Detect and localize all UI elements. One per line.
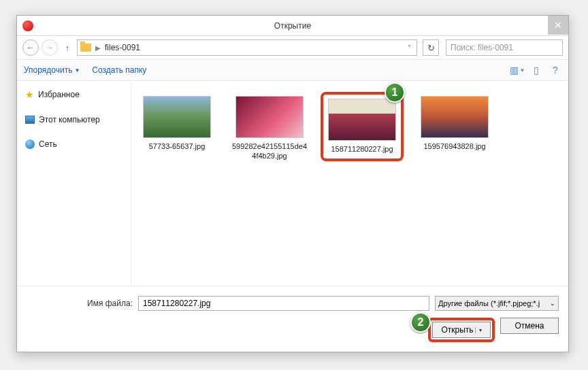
- up-button[interactable]: ↑: [61, 43, 74, 53]
- sidebar-network[interactable]: Сеть: [21, 137, 127, 152]
- refresh-button[interactable]: ↻: [423, 39, 439, 56]
- filetype-dropdown[interactable]: Другие файлы (*.jfif;*.pjpeg;*.j ⌄: [435, 296, 559, 311]
- dialog-body: ★ Избранное Этот компьютер Сеть 57733-65…: [17, 81, 568, 286]
- help-icon: ?: [553, 65, 558, 75]
- refresh-icon: ↻: [427, 43, 435, 53]
- close-button[interactable]: ✕: [548, 16, 568, 35]
- file-item-selected[interactable]: 1 158711280227.jpg: [321, 92, 404, 161]
- chevron-right-icon: ▶: [95, 44, 101, 52]
- organize-menu[interactable]: Упорядочить ▼: [24, 65, 80, 75]
- file-name: 158711280227.jpg: [331, 145, 393, 154]
- favorites-label: Избранное: [38, 90, 80, 99]
- cancel-label: Отмена: [514, 321, 544, 331]
- filename-label: Имя файла:: [27, 299, 133, 308]
- folder-icon: [80, 44, 91, 52]
- new-folder-button[interactable]: Создать папку: [92, 65, 146, 75]
- file-item[interactable]: 57733-65637.jpg: [135, 92, 218, 156]
- open-button[interactable]: Открыть ▾: [432, 322, 491, 338]
- this-pc-label: Этот компьютер: [39, 115, 100, 124]
- help-button[interactable]: ?: [549, 64, 561, 76]
- annotation-callout-1: 1: [385, 82, 405, 103]
- panel-icon: ▯: [534, 65, 539, 75]
- open-button-highlight: 2 Открыть ▾: [428, 318, 495, 342]
- file-thumbnail: [421, 96, 489, 138]
- arrow-right-icon: →: [46, 43, 54, 52]
- computer-icon: [25, 116, 35, 124]
- file-list: 57733-65637.jpg 599282e42155115de44f4b29…: [131, 81, 568, 286]
- sidebar-favorites[interactable]: ★ Избранное: [21, 86, 127, 103]
- annotation-callout-2: 2: [410, 312, 431, 333]
- address-dropdown[interactable]: ˅: [405, 44, 414, 52]
- file-thumbnail: [235, 96, 304, 138]
- view-options-button[interactable]: ▥▼: [511, 64, 523, 76]
- file-open-dialog: Открытие ✕ ← → ↑ ▶ files-0091 ˅ ↻ Поиск:…: [16, 15, 569, 352]
- opera-icon: [22, 20, 33, 31]
- preview-pane-button[interactable]: ▯: [530, 64, 542, 76]
- file-thumbnail: [143, 96, 211, 138]
- view-icon: ▥: [510, 65, 519, 75]
- search-placeholder: Поиск: files-0091: [451, 43, 513, 52]
- filename-input[interactable]: [138, 296, 429, 311]
- file-item[interactable]: 159576943828.jpg: [413, 92, 496, 156]
- chevron-down-icon: ▼: [74, 67, 80, 73]
- arrow-left-icon: ←: [27, 43, 35, 52]
- file-name: 159576943828.jpg: [423, 142, 485, 152]
- file-thumbnail: [328, 99, 396, 141]
- file-item[interactable]: 599282e42155115de44f4b29.jpg: [228, 92, 311, 165]
- cancel-button[interactable]: Отмена: [500, 318, 559, 334]
- file-name: 57733-65637.jpg: [149, 142, 206, 152]
- dialog-title: Открытие: [274, 21, 311, 31]
- address-bar[interactable]: ▶ files-0091 ˅: [77, 39, 417, 56]
- nav-row: ← → ↑ ▶ files-0091 ˅ ↻ Поиск: files-0091: [17, 36, 568, 59]
- chevron-down-icon: ⌄: [550, 300, 555, 307]
- close-icon: ✕: [554, 20, 562, 31]
- network-label: Сеть: [39, 139, 57, 149]
- chevron-down-icon: ▼: [520, 67, 525, 73]
- network-icon: [25, 139, 35, 149]
- arrow-up-icon: ↑: [65, 43, 70, 53]
- organize-label: Упорядочить: [24, 65, 72, 75]
- filetype-value: Другие файлы (*.jfif;*.pjpeg;*.j: [438, 299, 540, 307]
- search-input[interactable]: Поиск: files-0091: [446, 39, 563, 56]
- address-path: files-0091: [105, 43, 140, 52]
- titlebar: Открытие ✕: [17, 16, 568, 36]
- back-button[interactable]: ←: [22, 39, 39, 56]
- footer: Имя файла: Другие файлы (*.jfif;*.pjpeg;…: [17, 286, 568, 352]
- file-name: 599282e42155115de44f4b29.jpg: [231, 142, 308, 161]
- chevron-down-icon: ▾: [475, 327, 482, 333]
- star-icon: ★: [25, 89, 34, 100]
- sidebar-this-pc[interactable]: Этот компьютер: [21, 112, 127, 127]
- forward-button[interactable]: →: [42, 39, 58, 56]
- open-label: Открыть: [441, 325, 473, 335]
- toolbar: Упорядочить ▼ Создать папку ▥▼ ▯ ?: [17, 59, 568, 81]
- sidebar: ★ Избранное Этот компьютер Сеть: [17, 81, 131, 286]
- new-folder-label: Создать папку: [92, 65, 146, 75]
